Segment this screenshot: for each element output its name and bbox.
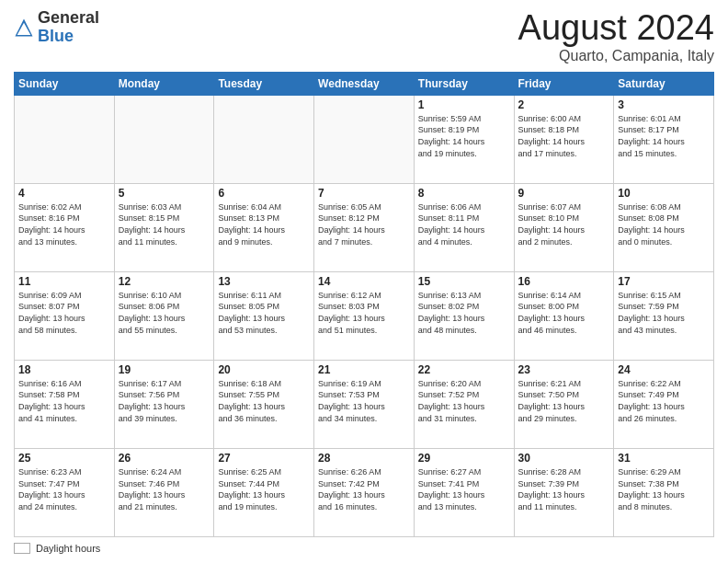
calendar-week-4: 25Sunrise: 6:23 AM Sunset: 7:47 PM Dayli… [15,448,714,536]
calendar-cell [15,95,115,183]
day-number: 6 [218,187,310,200]
logo-blue-text: Blue [38,27,74,45]
calendar-header-friday: Friday [514,72,614,95]
calendar-cell: 4Sunrise: 6:02 AM Sunset: 8:16 PM Daylig… [15,183,115,271]
day-number: 2 [518,98,610,111]
calendar-cell [314,95,415,183]
day-info: Sunrise: 6:26 AM Sunset: 7:42 PM Dayligh… [318,466,410,512]
day-info: Sunrise: 6:00 AM Sunset: 8:18 PM Dayligh… [518,113,610,159]
day-info: Sunrise: 6:28 AM Sunset: 7:39 PM Dayligh… [518,466,610,512]
day-number: 22 [418,363,510,376]
legend-label: Daylight hours [36,543,100,554]
day-number: 7 [318,187,410,200]
calendar-cell: 10Sunrise: 6:08 AM Sunset: 8:08 PM Dayli… [614,183,714,271]
day-number: 15 [418,275,510,288]
day-number: 3 [618,98,710,111]
day-info: Sunrise: 6:27 AM Sunset: 7:41 PM Dayligh… [418,466,510,512]
calendar-cell: 2Sunrise: 6:00 AM Sunset: 8:18 PM Daylig… [514,95,614,183]
day-info: Sunrise: 6:21 AM Sunset: 7:50 PM Dayligh… [518,378,610,424]
day-number: 14 [318,275,410,288]
day-info: Sunrise: 6:04 AM Sunset: 8:13 PM Dayligh… [218,201,310,247]
day-number: 11 [18,275,110,288]
day-number: 30 [518,452,610,465]
location-subtitle: Quarto, Campania, Italy [518,48,714,64]
calendar-cell: 15Sunrise: 6:13 AM Sunset: 8:02 PM Dayli… [414,271,514,360]
calendar-cell: 30Sunrise: 6:28 AM Sunset: 7:39 PM Dayli… [514,448,614,536]
calendar-header-thursday: Thursday [414,72,514,95]
calendar-cell [214,95,314,183]
logo-general-text: General [38,8,99,27]
calendar-cell: 14Sunrise: 6:12 AM Sunset: 8:03 PM Dayli… [314,271,415,360]
day-number: 29 [418,452,510,465]
calendar-cell: 1Sunrise: 5:59 AM Sunset: 8:19 PM Daylig… [414,95,514,183]
day-number: 26 [119,452,210,465]
calendar-cell: 20Sunrise: 6:18 AM Sunset: 7:55 PM Dayli… [214,360,314,448]
calendar-cell: 28Sunrise: 6:26 AM Sunset: 7:42 PM Dayli… [314,448,415,536]
day-info: Sunrise: 6:29 AM Sunset: 7:38 PM Dayligh… [618,466,710,512]
calendar-cell: 6Sunrise: 6:04 AM Sunset: 8:13 PM Daylig… [214,183,314,271]
calendar-cell: 31Sunrise: 6:29 AM Sunset: 7:38 PM Dayli… [614,448,714,536]
day-info: Sunrise: 6:19 AM Sunset: 7:53 PM Dayligh… [318,378,410,424]
day-info: Sunrise: 6:16 AM Sunset: 7:58 PM Dayligh… [18,378,110,424]
day-number: 1 [418,98,510,111]
calendar-cell [114,95,214,183]
day-info: Sunrise: 6:18 AM Sunset: 7:55 PM Dayligh… [218,378,310,424]
day-number: 19 [119,363,210,376]
day-info: Sunrise: 6:20 AM Sunset: 7:52 PM Dayligh… [418,378,510,424]
day-number: 31 [618,452,710,465]
day-info: Sunrise: 6:05 AM Sunset: 8:12 PM Dayligh… [318,201,410,247]
day-number: 10 [618,187,710,200]
calendar-cell: 18Sunrise: 6:16 AM Sunset: 7:58 PM Dayli… [15,360,115,448]
calendar-header-wednesday: Wednesday [314,72,415,95]
day-number: 4 [18,187,110,200]
calendar-week-0: 1Sunrise: 5:59 AM Sunset: 8:19 PM Daylig… [15,95,714,183]
day-info: Sunrise: 6:03 AM Sunset: 8:15 PM Dayligh… [119,201,210,247]
day-info: Sunrise: 6:02 AM Sunset: 8:16 PM Dayligh… [18,201,110,247]
day-info: Sunrise: 5:59 AM Sunset: 8:19 PM Dayligh… [418,113,510,159]
day-number: 13 [218,275,310,288]
day-info: Sunrise: 6:12 AM Sunset: 8:03 PM Dayligh… [318,290,410,336]
calendar-cell: 12Sunrise: 6:10 AM Sunset: 8:06 PM Dayli… [114,271,214,360]
calendar-cell: 22Sunrise: 6:20 AM Sunset: 7:52 PM Dayli… [414,360,514,448]
calendar-cell: 16Sunrise: 6:14 AM Sunset: 8:00 PM Dayli… [514,271,614,360]
day-info: Sunrise: 6:22 AM Sunset: 7:49 PM Dayligh… [618,378,710,424]
day-number: 21 [318,363,410,376]
calendar-cell: 7Sunrise: 6:05 AM Sunset: 8:12 PM Daylig… [314,183,415,271]
calendar-cell: 29Sunrise: 6:27 AM Sunset: 7:41 PM Dayli… [414,448,514,536]
day-info: Sunrise: 6:25 AM Sunset: 7:44 PM Dayligh… [218,466,310,512]
calendar-cell: 23Sunrise: 6:21 AM Sunset: 7:50 PM Dayli… [514,360,614,448]
day-info: Sunrise: 6:10 AM Sunset: 8:06 PM Dayligh… [119,290,210,336]
calendar-header-sunday: Sunday [15,72,115,95]
day-number: 12 [119,275,210,288]
day-info: Sunrise: 6:09 AM Sunset: 8:07 PM Dayligh… [18,290,110,336]
day-number: 23 [518,363,610,376]
calendar-week-2: 11Sunrise: 6:09 AM Sunset: 8:07 PM Dayli… [15,271,714,360]
calendar-header-row: SundayMondayTuesdayWednesdayThursdayFrid… [15,72,714,95]
calendar-cell: 8Sunrise: 6:06 AM Sunset: 8:11 PM Daylig… [414,183,514,271]
calendar-cell: 21Sunrise: 6:19 AM Sunset: 7:53 PM Dayli… [314,360,415,448]
legend-box [14,543,30,554]
title-area: August 2024 Quarto, Campania, Italy [518,9,714,64]
day-info: Sunrise: 6:08 AM Sunset: 8:08 PM Dayligh… [618,201,710,247]
logo-area: General Blue [14,9,99,46]
calendar-cell: 13Sunrise: 6:11 AM Sunset: 8:05 PM Dayli… [214,271,314,360]
day-info: Sunrise: 6:14 AM Sunset: 8:00 PM Dayligh… [518,290,610,336]
day-number: 24 [618,363,710,376]
calendar-table: SundayMondayTuesdayWednesdayThursdayFrid… [14,72,714,537]
day-number: 8 [418,187,510,200]
calendar-header-saturday: Saturday [614,72,714,95]
day-number: 18 [18,363,110,376]
day-number: 5 [119,187,210,200]
calendar-cell: 19Sunrise: 6:17 AM Sunset: 7:56 PM Dayli… [114,360,214,448]
day-info: Sunrise: 6:17 AM Sunset: 7:56 PM Dayligh… [119,378,210,424]
day-number: 25 [18,452,110,465]
day-info: Sunrise: 6:06 AM Sunset: 8:11 PM Dayligh… [418,201,510,247]
calendar-cell: 3Sunrise: 6:01 AM Sunset: 8:17 PM Daylig… [614,95,714,183]
calendar-week-1: 4Sunrise: 6:02 AM Sunset: 8:16 PM Daylig… [15,183,714,271]
calendar-cell: 25Sunrise: 6:23 AM Sunset: 7:47 PM Dayli… [15,448,115,536]
legend: Daylight hours [14,543,714,554]
month-title: August 2024 [518,9,714,48]
calendar-cell: 24Sunrise: 6:22 AM Sunset: 7:49 PM Dayli… [614,360,714,448]
logo-icon [14,17,34,38]
day-info: Sunrise: 6:13 AM Sunset: 8:02 PM Dayligh… [418,290,510,336]
